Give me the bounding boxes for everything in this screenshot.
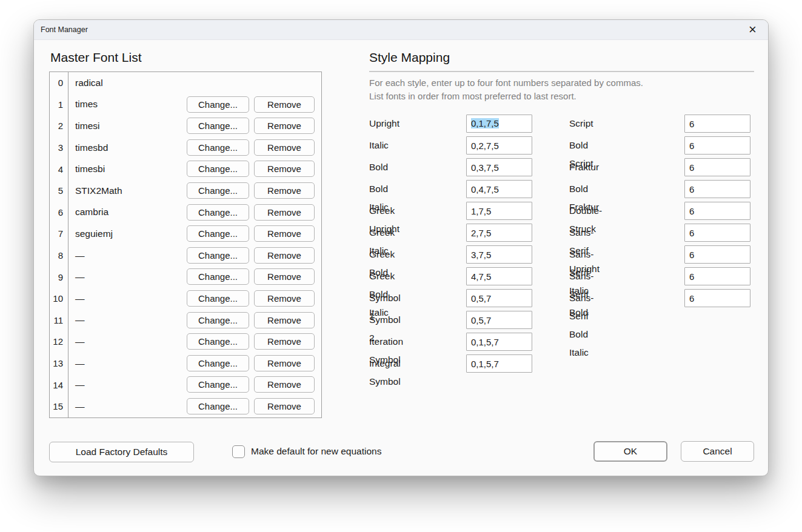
font-numbers-input[interactable] bbox=[684, 180, 750, 198]
font-numbers-input[interactable] bbox=[684, 202, 750, 220]
cancel-button[interactable]: Cancel bbox=[681, 441, 754, 462]
font-index: 8 bbox=[50, 250, 68, 261]
style-mapping-divider bbox=[369, 71, 754, 72]
change-button[interactable]: Change... bbox=[187, 333, 249, 350]
font-numbers-input[interactable] bbox=[466, 180, 532, 198]
remove-button[interactable]: Remove bbox=[254, 96, 315, 113]
remove-button[interactable]: Remove bbox=[254, 376, 315, 393]
font-numbers-input[interactable] bbox=[466, 333, 532, 351]
change-button[interactable]: Change... bbox=[187, 96, 249, 113]
remove-button[interactable]: Remove bbox=[254, 225, 315, 242]
table-row[interactable]: 12 — Change... Remove bbox=[50, 331, 321, 353]
change-button[interactable]: Change... bbox=[187, 268, 249, 285]
mapping-label: Upright bbox=[369, 115, 399, 133]
change-button[interactable]: Change... bbox=[187, 204, 249, 221]
font-numbers-input[interactable] bbox=[684, 136, 750, 155]
font-numbers-input[interactable] bbox=[466, 136, 532, 155]
remove-button[interactable]: Remove bbox=[254, 312, 315, 328]
font-numbers-input[interactable] bbox=[466, 311, 532, 329]
ok-button[interactable]: OK bbox=[593, 441, 667, 462]
font-numbers-input[interactable] bbox=[684, 289, 750, 307]
table-row[interactable]: 9 — Change... Remove bbox=[50, 266, 321, 288]
font-numbers-input[interactable] bbox=[466, 289, 532, 307]
font-index: 14 bbox=[50, 380, 68, 390]
table-row[interactable]: 3 timesbd Change... Remove bbox=[50, 137, 321, 159]
remove-button[interactable]: Remove bbox=[254, 268, 315, 285]
font-numbers-input[interactable]: 0,1,7,5 bbox=[466, 115, 532, 133]
font-numbers-input[interactable] bbox=[466, 245, 532, 264]
font-index: 3 bbox=[50, 142, 68, 153]
font-index: 13 bbox=[50, 358, 68, 368]
remove-button[interactable]: Remove bbox=[254, 182, 315, 199]
table-row[interactable]: 7 seguiemj Change... Remove bbox=[50, 223, 321, 245]
table-row[interactable]: 2 timesi Change... Remove bbox=[50, 115, 321, 137]
remove-button[interactable]: Remove bbox=[254, 355, 315, 371]
remove-button[interactable]: Remove bbox=[254, 290, 315, 307]
selected-text: 0,1,7,5 bbox=[471, 118, 499, 128]
font-numbers-input[interactable] bbox=[466, 267, 532, 285]
font-manager-dialog: Font Manager × Master Font List 0 radica… bbox=[33, 19, 769, 476]
master-font-list-table: 0 radical 1 times Change... Remove 2 tim… bbox=[49, 71, 322, 418]
font-numbers-input[interactable] bbox=[684, 245, 750, 264]
remove-button[interactable]: Remove bbox=[254, 333, 315, 350]
table-row[interactable]: 0 radical bbox=[50, 72, 321, 94]
change-button[interactable]: Change... bbox=[187, 398, 249, 414]
font-numbers-input[interactable] bbox=[684, 115, 750, 133]
change-button[interactable]: Change... bbox=[187, 247, 249, 264]
close-icon[interactable]: × bbox=[744, 22, 761, 38]
table-row[interactable]: 10 — Change... Remove bbox=[50, 288, 321, 310]
font-index: 0 bbox=[50, 78, 68, 88]
load-factory-defaults-button[interactable]: Load Factory Defaults bbox=[49, 442, 194, 462]
table-row[interactable]: 4 timesbi Change... Remove bbox=[50, 158, 321, 180]
font-numbers-input[interactable] bbox=[466, 224, 532, 242]
change-button[interactable]: Change... bbox=[187, 225, 249, 242]
remove-button[interactable]: Remove bbox=[254, 161, 315, 177]
remove-button[interactable]: Remove bbox=[254, 118, 315, 134]
change-button[interactable]: Change... bbox=[187, 182, 249, 199]
font-numbers-input[interactable] bbox=[684, 158, 750, 176]
font-index: 1 bbox=[50, 99, 68, 110]
mapping-label: Italic bbox=[369, 136, 389, 155]
font-name: radical bbox=[68, 78, 321, 88]
mapping-label: Script bbox=[569, 115, 593, 133]
remove-button[interactable]: Remove bbox=[254, 204, 315, 221]
title-bar: Font Manager × bbox=[34, 20, 768, 40]
change-button[interactable]: Change... bbox=[187, 290, 249, 307]
font-index: 4 bbox=[50, 164, 68, 175]
description-line-1: For each style, enter up to four font nu… bbox=[369, 76, 643, 90]
table-row[interactable]: 1 times Change... Remove bbox=[50, 94, 321, 116]
font-index: 7 bbox=[50, 228, 68, 239]
font-numbers-input[interactable] bbox=[466, 158, 532, 176]
make-default-checkbox[interactable] bbox=[232, 445, 245, 458]
font-index: 10 bbox=[50, 293, 68, 304]
remove-button[interactable]: Remove bbox=[254, 247, 315, 264]
table-row[interactable]: 14 — Change... Remove bbox=[50, 374, 321, 396]
font-index: 12 bbox=[50, 336, 68, 347]
font-index: 2 bbox=[50, 121, 68, 131]
mapping-label: Bold bbox=[369, 158, 388, 176]
change-button[interactable]: Change... bbox=[187, 312, 249, 328]
table-row[interactable]: 15 — Change... Remove bbox=[50, 396, 321, 417]
change-button[interactable]: Change... bbox=[187, 161, 249, 177]
change-button[interactable]: Change... bbox=[187, 139, 249, 156]
font-numbers-input[interactable] bbox=[466, 202, 532, 220]
remove-button[interactable]: Remove bbox=[254, 398, 315, 414]
table-row[interactable]: 6 cambria Change... Remove bbox=[50, 202, 321, 224]
font-numbers-input[interactable] bbox=[684, 224, 750, 242]
table-row[interactable]: 8 — Change... Remove bbox=[50, 245, 321, 267]
description-line-2: List fonts in order from most preferred … bbox=[369, 90, 643, 103]
table-row[interactable]: 13 — Change... Remove bbox=[50, 353, 321, 374]
table-row[interactable]: 5 STIX2Math Change... Remove bbox=[50, 180, 321, 202]
change-button[interactable]: Change... bbox=[187, 355, 249, 371]
make-default-checkbox-label[interactable]: Make default for new equations bbox=[251, 446, 381, 457]
change-button[interactable]: Change... bbox=[187, 118, 249, 134]
remove-button[interactable]: Remove bbox=[254, 139, 315, 156]
mapping-label: Sans-Serif Bold Italic bbox=[569, 289, 594, 362]
table-row[interactable]: 11 — Change... Remove bbox=[50, 310, 321, 331]
font-numbers-input[interactable] bbox=[466, 354, 532, 373]
font-index: 6 bbox=[50, 207, 68, 218]
font-numbers-input[interactable] bbox=[684, 267, 750, 285]
style-mapping-heading: Style Mapping bbox=[369, 50, 450, 65]
change-button[interactable]: Change... bbox=[187, 376, 249, 393]
font-index: 15 bbox=[50, 401, 68, 411]
